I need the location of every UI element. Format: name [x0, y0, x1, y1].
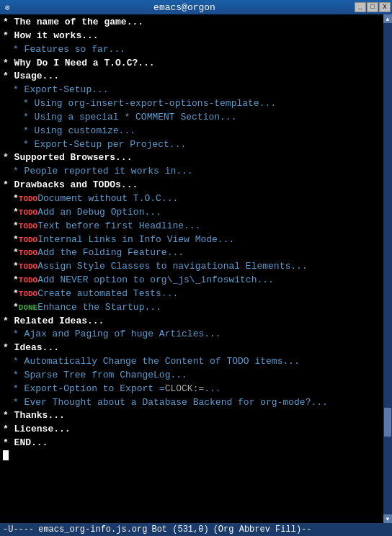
link-text: Add an Debug Option... — [37, 206, 161, 220]
heading-text: * Thanks... — [3, 409, 65, 423]
minimize-button[interactable]: _ — [355, 2, 366, 12]
todo-keyword: TODO — [19, 207, 37, 219]
link-text: Assign Style Classes to navigational Ele… — [37, 260, 307, 274]
heading-text: * License... — [3, 423, 71, 437]
main-window: ⚙ emacs@orgon _ □ X * The name of the ga… — [0, 0, 392, 536]
list-item: * TODO Add the Folding Feature... — [3, 246, 380, 260]
scrollbar[interactable]: ▲ ▼ — [383, 14, 392, 523]
list-item: * Why Do I Need a T.O.C?... — [3, 57, 380, 71]
text-cursor — [3, 450, 9, 460]
link-text: * Sparse Tree from ChangeLog... — [13, 369, 187, 383]
link-text: * Ajax and Paging of huge Articles... — [13, 328, 221, 341]
titlebar: ⚙ emacs@orgon _ □ X — [0, 0, 392, 14]
maximize-button[interactable]: □ — [367, 2, 378, 12]
link-text: * Features so far... — [13, 43, 125, 57]
heading-text: * Usage... — [3, 70, 59, 84]
scroll-down-button[interactable]: ▼ — [383, 514, 392, 523]
window-controls: _ □ X — [355, 2, 391, 12]
list-item: * Supported Browsers... — [3, 151, 380, 165]
code-text: CLOCK:= — [165, 383, 205, 396]
status-filename: emacs_org-info.js.org — [38, 524, 147, 535]
link-text: Document without T.O.C... — [37, 192, 178, 206]
status-position: Bot (531,0) — [151, 524, 208, 535]
link-text: * Export-Option to Export = — [13, 383, 165, 396]
heading-text: * Supported Browsers... — [3, 151, 132, 165]
star-text: * — [13, 246, 19, 260]
todo-keyword: TODO — [19, 194, 37, 205]
todo-keyword: TODO — [19, 275, 37, 287]
list-item: * Using a special * COMMENT Section... — [3, 111, 380, 125]
star-text: * — [13, 274, 19, 287]
status-mode: -U---- — [3, 524, 34, 535]
todo-keyword: TODO — [19, 235, 37, 246]
link-text: * Export-Setup... — [13, 84, 109, 97]
list-item: * People reported it works in... — [3, 165, 380, 179]
list-item: * Features so far... — [3, 43, 380, 57]
heading-text: * How it works... — [3, 30, 99, 43]
link-text: Add the Folding Feature... — [37, 246, 184, 260]
window-title: emacs@orgon — [14, 2, 355, 13]
list-item: * Drawbacks and TODOs... — [3, 179, 380, 192]
list-item: * Related Ideas... — [3, 315, 380, 329]
list-item: * DONE Enhance the Startup... — [3, 301, 380, 315]
star-text: * — [13, 192, 19, 206]
link-text: Add NEVER option to org\_js\_infoswitch.… — [37, 274, 274, 287]
list-item: * TODO Internal Links in Info View Mode.… — [3, 233, 380, 247]
list-item: * Automatically Change the Content of TO… — [3, 355, 380, 369]
content-area: * The name of the game... * How it works… — [0, 14, 392, 523]
link-text: Enhance the Startup... — [37, 301, 161, 315]
list-item: * Ajax and Paging of huge Articles... — [3, 328, 380, 341]
list-item: * Using customize... — [3, 125, 380, 138]
todo-keyword: TODO — [19, 248, 37, 259]
list-item: * Export-Setup per Project... — [3, 138, 380, 152]
todo-keyword: TODO — [19, 289, 37, 300]
heading-text: * Ideas... — [3, 341, 59, 355]
heading-text: * Drawbacks and TODOs... — [3, 179, 138, 192]
editor-area[interactable]: * The name of the game... * How it works… — [0, 14, 383, 523]
star-text: * — [13, 206, 19, 220]
link-text: * Ever Thought about a Database Backend … — [13, 396, 328, 410]
status-minor-mode: (Org Abbrev Fill)-- — [213, 524, 312, 535]
list-item: * Ideas... — [3, 341, 380, 355]
link-text: Text before first Headline... — [37, 220, 200, 233]
todo-keyword: TODO — [19, 262, 37, 273]
statusbar: -U---- emacs_org-info.js.org Bot (531,0)… — [0, 523, 392, 536]
app-icon: ⚙ — [0, 0, 14, 14]
scroll-up-button[interactable]: ▲ — [383, 14, 392, 23]
list-item: * Ever Thought about a Database Backend … — [3, 396, 380, 410]
list-item: * Export-Setup... — [3, 84, 380, 97]
list-item: * TODO Text before first Headline... — [3, 220, 380, 233]
done-keyword: DONE — [19, 303, 37, 314]
star-text: * — [13, 233, 19, 247]
heading-text: * END... — [3, 437, 48, 450]
link-text: * Automatically Change the Content of TO… — [13, 355, 300, 369]
list-item: * TODO Add NEVER option to org\_js\_info… — [3, 274, 380, 287]
list-item: * TODO Document without T.O.C... — [3, 192, 380, 206]
close-button[interactable]: X — [379, 2, 391, 12]
link-text: Internal Links in Info View Mode... — [37, 233, 234, 247]
list-item: * The name of the game... — [3, 16, 380, 30]
star-text: * — [13, 260, 19, 274]
scroll-thumb[interactable] — [384, 408, 391, 437]
star-text: * — [13, 301, 19, 315]
list-item: * Using org-insert-export-options-templa… — [3, 97, 380, 111]
heading-text: * Related Ideas... — [3, 315, 104, 329]
link-text: * Export-Setup per Project... — [23, 138, 186, 152]
list-item: * Export-Option to Export =CLOCK:=... — [3, 383, 380, 396]
list-item: * TODO Create automated Tests... — [3, 287, 380, 301]
link-text: Create automated Tests... — [37, 287, 178, 301]
link-text: * People reported it works in... — [13, 165, 193, 179]
link-text: * Using customize... — [23, 125, 135, 138]
star-text: * — [13, 287, 19, 301]
cursor-line — [3, 450, 380, 460]
list-item: * Sparse Tree from ChangeLog... — [3, 369, 380, 383]
list-item: * How it works... — [3, 30, 380, 43]
list-item: * License... — [3, 423, 380, 437]
link-text: * Using org-insert-export-options-templa… — [23, 97, 276, 111]
list-item: * TODO Assign Style Classes to navigatio… — [3, 260, 380, 274]
heading-text: * The name of the game... — [3, 16, 143, 30]
list-item: * END... — [3, 437, 380, 450]
heading-text: * Why Do I Need a T.O.C?... — [3, 57, 155, 71]
todo-keyword: TODO — [19, 221, 37, 233]
link-text: ... — [204, 383, 220, 396]
